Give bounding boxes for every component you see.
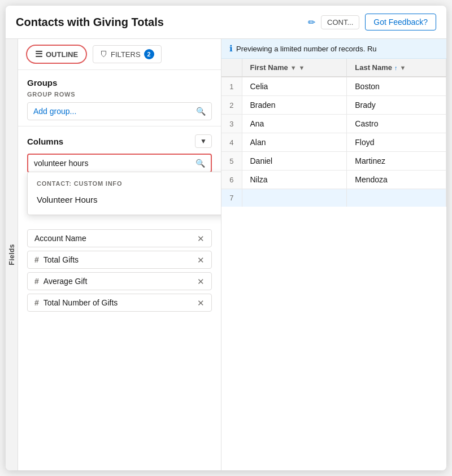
- chip-label: Total Number of Gifts: [44, 298, 194, 307]
- main-content: ℹ Previewing a limited number of records…: [221, 39, 446, 470]
- page-title: Contacts with Giving Totals: [16, 16, 302, 29]
- app-window: Contacts with Giving Totals ✏ CONT... Go…: [6, 6, 446, 470]
- feedback-button[interactable]: Got Feedback?: [365, 14, 436, 30]
- first-name-cell: Ana: [242, 115, 347, 133]
- row-num-cell: 7: [221, 189, 242, 207]
- row-num-cell: 1: [221, 77, 242, 96]
- chip-remove-average-gift[interactable]: ✕: [197, 277, 205, 286]
- row-num-cell: 4: [221, 133, 242, 152]
- columns-dropdown-button[interactable]: ▼: [195, 134, 212, 148]
- last-name-cell: Castro: [347, 115, 446, 133]
- add-group-input[interactable]: Add group... 🔍: [27, 102, 212, 120]
- first-name-cell: Celia: [242, 77, 347, 96]
- sort-down-icon: ▼: [290, 64, 297, 71]
- filter-icon: ⛉: [100, 50, 107, 59]
- table-row: 1CeliaBoston: [221, 77, 446, 96]
- last-name-cell: [347, 189, 446, 207]
- chip-remove-total-number-of-gifts[interactable]: ✕: [197, 299, 205, 307]
- chip-hash: #: [34, 298, 39, 307]
- last-name-cell: Brady: [347, 96, 446, 115]
- table-row: 5DanielMartinez: [221, 152, 446, 171]
- last-name-cell: Martinez: [347, 152, 446, 171]
- row-num-cell: 2: [221, 96, 242, 115]
- column-search-icon: 🔍: [195, 159, 205, 168]
- suggestion-category: CONTACT: CUSTOM INFO: [28, 178, 221, 190]
- data-table: First Name ▼ ▼ Last Name ↑ ▼: [221, 59, 446, 207]
- table-body: 1CeliaBoston2BradenBrady3AnaCastro4AlanF…: [221, 77, 446, 207]
- table-row: 7: [221, 189, 446, 207]
- groups-section: Groups GROUP ROWS Add group... 🔍: [18, 70, 221, 126]
- first-name-cell: Alan: [242, 133, 347, 152]
- row-num-cell: 3: [221, 115, 242, 133]
- edit-icon[interactable]: ✏: [308, 17, 315, 28]
- column-chips: Account Name ✕ # Total Gifts ✕ # Average…: [27, 229, 212, 312]
- body-row: Fields ☰ OUTLINE ⛉ FILTERS 2 Groups GROU…: [6, 39, 446, 470]
- th-first-name-dropdown-icon[interactable]: ▼: [299, 64, 305, 71]
- fields-tab[interactable]: Fields: [6, 39, 18, 470]
- row-num-cell: 5: [221, 152, 242, 171]
- chip-remove-total-gifts[interactable]: ✕: [197, 256, 205, 264]
- last-name-cell: Floyd: [347, 133, 446, 152]
- chip-hash: #: [34, 277, 39, 286]
- header: Contacts with Giving Totals ✏ CONT... Go…: [6, 6, 446, 39]
- outline-label: OUTLINE: [46, 50, 78, 59]
- last-name-cell: Mendoza: [347, 171, 446, 189]
- chip-total-gifts: # Total Gifts ✕: [27, 251, 212, 269]
- first-name-cell: [242, 189, 347, 207]
- columns-title: Columns: [27, 137, 195, 146]
- first-name-cell: Braden: [242, 96, 347, 115]
- table-row: 4AlanFloyd: [221, 133, 446, 152]
- chip-label: Average Gift: [44, 277, 194, 286]
- info-icon: ℹ: [229, 43, 233, 54]
- chip-label: Total Gifts: [44, 255, 194, 264]
- table-wrap: First Name ▼ ▼ Last Name ↑ ▼: [221, 59, 446, 470]
- column-search-wrap: volunteer hours 🔍 CONTACT: CUSTOM INFO V…: [27, 154, 212, 173]
- chip-label: Account Name: [34, 234, 194, 243]
- table-row: 6NilzaMendoza: [221, 171, 446, 189]
- chip-hash: #: [34, 255, 39, 264]
- filters-button[interactable]: ⛉ FILTERS 2: [93, 45, 162, 63]
- last-name-cell: Boston: [347, 77, 446, 96]
- chip-average-gift: # Average Gift ✕: [27, 272, 212, 290]
- column-search-input[interactable]: volunteer hours 🔍: [27, 154, 212, 173]
- fields-tab-label: Fields: [8, 244, 16, 265]
- th-last-name[interactable]: Last Name ↑ ▼: [347, 59, 446, 77]
- columns-section: Columns ▼ volunteer hours 🔍 CONTACT: CUS…: [18, 126, 221, 317]
- chip-remove-account-name[interactable]: ✕: [197, 234, 205, 243]
- toolbar-row: ☰ OUTLINE ⛉ FILTERS 2: [18, 39, 221, 70]
- row-num-cell: 6: [221, 171, 242, 189]
- record-type-badge[interactable]: CONT...: [321, 15, 359, 29]
- table-header-row: First Name ▼ ▼ Last Name ↑ ▼: [221, 59, 446, 77]
- sort-up-icon: ↑: [394, 64, 398, 71]
- sidebar: ☰ OUTLINE ⛉ FILTERS 2 Groups GROUP ROWS …: [18, 39, 221, 470]
- suggestion-dropdown: CONTACT: CUSTOM INFO Volunteer Hours: [27, 172, 221, 215]
- chip-account-name: Account Name ✕: [27, 229, 212, 247]
- th-first-name-label: First Name: [250, 63, 288, 72]
- group-rows-label: GROUP ROWS: [27, 91, 212, 98]
- column-search-text: volunteer hours: [34, 159, 192, 168]
- groups-title: Groups: [27, 78, 212, 88]
- suggestion-item-volunteer-hours[interactable]: Volunteer Hours: [28, 190, 221, 209]
- add-group-placeholder: Add group...: [33, 107, 193, 116]
- outline-button[interactable]: ☰ OUTLINE: [26, 45, 87, 64]
- th-row-num: [221, 59, 242, 77]
- table-row: 3AnaCastro: [221, 115, 446, 133]
- th-last-name-dropdown-icon[interactable]: ▼: [400, 64, 406, 71]
- table-row: 2BradenBrady: [221, 96, 446, 115]
- outline-icon: ☰: [35, 49, 42, 59]
- th-last-name-label: Last Name: [355, 63, 392, 72]
- th-first-name[interactable]: First Name ▼ ▼: [242, 59, 347, 77]
- info-text: Previewing a limited number of records. …: [236, 45, 377, 53]
- columns-header: Columns ▼: [27, 134, 212, 148]
- filters-label: FILTERS: [111, 50, 141, 59]
- info-banner: ℹ Previewing a limited number of records…: [221, 39, 446, 59]
- search-icon: 🔍: [196, 107, 206, 116]
- first-name-cell: Daniel: [242, 152, 347, 171]
- chip-total-number-of-gifts: # Total Number of Gifts ✕: [27, 294, 212, 312]
- first-name-cell: Nilza: [242, 171, 347, 189]
- filters-count-badge: 2: [144, 49, 154, 59]
